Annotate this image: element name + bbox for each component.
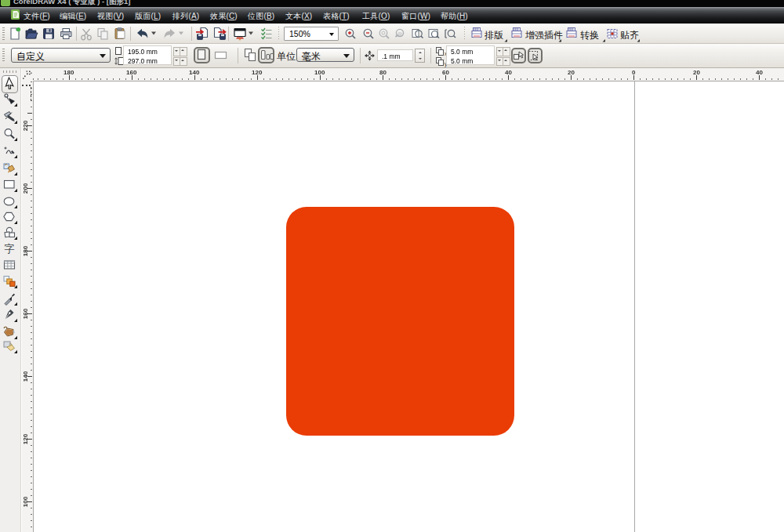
svg-text:@: @ (397, 31, 402, 36)
svg-text:字: 字 (4, 243, 15, 255)
